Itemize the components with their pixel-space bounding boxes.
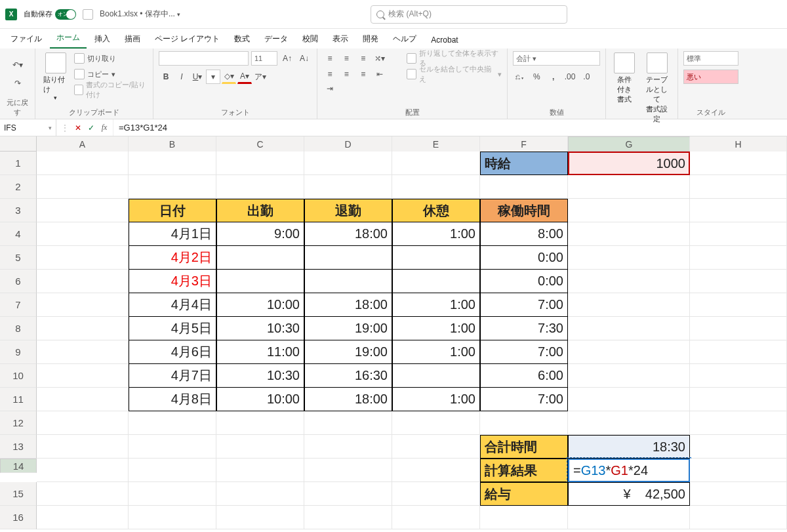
tab-acrobat[interactable]: Acrobat <box>424 31 464 49</box>
cell-B9[interactable]: 4月6日 <box>129 340 216 364</box>
tab-data[interactable]: データ <box>258 30 294 49</box>
cell-C12[interactable] <box>216 411 304 435</box>
cell-B6[interactable]: 4月3日 <box>129 270 216 293</box>
row-header-1[interactable]: 1 <box>0 152 37 175</box>
format-painter-button[interactable]: 書式のコピー/貼り付け <box>74 83 148 97</box>
col-header-B[interactable]: B <box>129 136 216 152</box>
cell-C1[interactable] <box>216 152 304 175</box>
cell-E3[interactable]: 休憩 <box>392 199 480 222</box>
comma-icon[interactable]: , <box>546 70 561 84</box>
cell-A1[interactable] <box>37 152 129 175</box>
copy-button[interactable]: コピー ▾ <box>74 67 148 81</box>
row-header-9[interactable]: 9 <box>0 340 37 364</box>
bold-button[interactable]: B <box>159 70 173 84</box>
conditional-format-button[interactable]: 条件付き 書式 <box>611 51 637 106</box>
cell-H5[interactable] <box>690 246 787 270</box>
col-header-A[interactable]: A <box>37 136 129 152</box>
cell-F11[interactable]: 7:00 <box>480 388 568 411</box>
cell-D9[interactable]: 19:00 <box>304 340 392 364</box>
row-header-4[interactable]: 4 <box>0 222 37 246</box>
undo-icon[interactable]: ↶▾ <box>10 58 25 72</box>
cell-D1[interactable] <box>304 152 392 175</box>
tab-review[interactable]: 校閲 <box>296 30 325 49</box>
cut-button[interactable]: 切り取り <box>74 51 148 66</box>
cell-A7[interactable] <box>37 293 129 317</box>
increase-font-icon[interactable]: A↑ <box>280 51 294 66</box>
cell-G8[interactable] <box>568 317 690 340</box>
row-header-5[interactable]: 5 <box>0 246 37 270</box>
col-header-G[interactable]: G <box>568 136 690 152</box>
tab-formulas[interactable]: 数式 <box>228 30 256 49</box>
phonetic-button[interactable]: ア▾ <box>253 70 268 84</box>
cell-D15[interactable] <box>304 482 392 506</box>
cell-A11[interactable] <box>37 388 129 411</box>
cell-C2[interactable] <box>216 175 304 199</box>
cell-B4[interactable]: 4月1日 <box>129 222 216 246</box>
cell-D13[interactable] <box>304 435 392 459</box>
cell-F3[interactable]: 稼働時間 <box>480 199 568 222</box>
cell-A4[interactable] <box>37 222 129 246</box>
cell-H2[interactable] <box>690 175 787 199</box>
cell-C7[interactable]: 10:00 <box>216 293 304 317</box>
cell-A16[interactable] <box>37 506 129 529</box>
number-format-select[interactable]: 会計 ▾ <box>513 51 600 66</box>
cell-D8[interactable]: 19:00 <box>304 317 392 340</box>
cell-D7[interactable]: 18:00 <box>304 293 392 317</box>
cell-H15[interactable] <box>690 482 787 506</box>
cell-A5[interactable] <box>37 246 129 270</box>
cell-F16[interactable] <box>480 506 568 529</box>
cell-C3[interactable]: 出勤 <box>216 199 304 222</box>
cell-G16[interactable] <box>568 506 690 529</box>
cell-C15[interactable] <box>216 482 304 506</box>
col-header-H[interactable]: H <box>690 136 787 152</box>
autosave-toggle[interactable]: 自動保存 オン <box>24 9 76 20</box>
align-top-icon[interactable]: ≡ <box>323 51 337 66</box>
row-header-3[interactable]: 3 <box>0 199 37 222</box>
cell-F13[interactable]: 合計時間 <box>480 435 568 459</box>
format-as-table-button[interactable]: テーブルとして 書式設定 <box>641 51 672 125</box>
cell-G13[interactable]: 18:30 <box>568 435 690 459</box>
spreadsheet-grid[interactable]: A B C D E F G H 1 時給 1000 2 3 日付 出勤 退 <box>0 136 787 529</box>
cell-B15[interactable] <box>129 482 216 506</box>
cell-C14[interactable] <box>216 459 304 482</box>
cell-H3[interactable] <box>690 199 787 222</box>
cell-C13[interactable] <box>216 435 304 459</box>
save-icon[interactable] <box>83 9 93 20</box>
cell-D2[interactable] <box>304 175 392 199</box>
wrap-text-button[interactable]: 折り返して全体を表示する <box>407 51 502 66</box>
row-header-10[interactable]: 10 <box>0 364 37 388</box>
tab-home[interactable]: ホーム <box>50 28 87 49</box>
cell-C16[interactable] <box>216 506 304 529</box>
tab-draw[interactable]: 描画 <box>118 30 147 49</box>
font-family-select[interactable] <box>159 51 249 66</box>
cell-F5[interactable]: 0:00 <box>480 246 568 270</box>
align-right-icon[interactable]: ≡ <box>356 67 371 81</box>
row-header-6[interactable]: 6 <box>0 270 37 293</box>
cell-A2[interactable] <box>37 175 129 199</box>
cell-E8[interactable]: 1:00 <box>392 317 480 340</box>
inc-decimal-icon[interactable]: .00 <box>563 70 577 84</box>
search-input[interactable]: 検索 (Alt+Q) <box>371 5 567 24</box>
cell-H14[interactable] <box>690 459 787 482</box>
cell-A9[interactable] <box>37 340 129 364</box>
cell-G6[interactable] <box>568 270 690 293</box>
cell-C5[interactable] <box>216 246 304 270</box>
indent-inc-icon[interactable]: ⇥ <box>323 81 337 96</box>
cell-F12[interactable] <box>480 411 568 435</box>
name-box[interactable]: IFS▾ <box>0 119 56 136</box>
indent-dec-icon[interactable]: ⇤ <box>373 67 387 81</box>
cell-B7[interactable]: 4月4日 <box>129 293 216 317</box>
cell-A12[interactable] <box>37 411 129 435</box>
cell-H7[interactable] <box>690 293 787 317</box>
accept-icon[interactable]: ✓ <box>85 123 97 133</box>
decrease-font-icon[interactable]: A↓ <box>297 51 312 66</box>
cell-H9[interactable] <box>690 340 787 364</box>
cell-H10[interactable] <box>690 364 787 388</box>
cell-H8[interactable] <box>690 317 787 340</box>
underline-button[interactable]: U▾ <box>190 70 205 84</box>
dec-decimal-icon[interactable]: .0 <box>579 70 594 84</box>
cell-E15[interactable] <box>392 482 480 506</box>
cell-C10[interactable]: 10:30 <box>216 364 304 388</box>
merge-center-button[interactable]: セルを結合して中央揃え ▾ <box>407 67 502 81</box>
cell-F15[interactable]: 給与 <box>480 482 568 506</box>
